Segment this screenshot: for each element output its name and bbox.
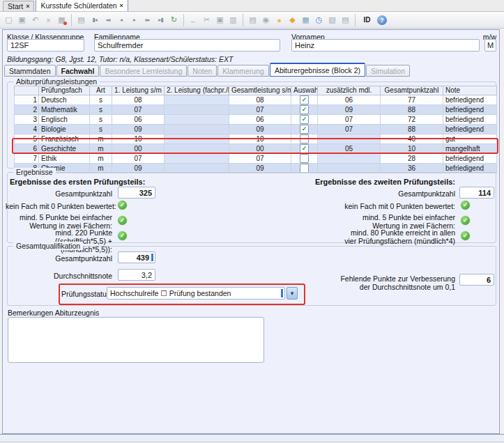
tab-abiturergebnisse[interactable]: Abiturergebnisse (Block 2) xyxy=(270,63,365,77)
auswahl-cell: ✓ xyxy=(291,115,318,125)
remarks-textarea[interactable] xyxy=(8,317,264,363)
auswahl-cell: ✓ xyxy=(291,105,318,115)
exam-status-label: Prüfungsstatus xyxy=(61,290,110,298)
tab-start-label: Start xyxy=(8,2,23,10)
col-header-zusaetzlich-mdl: zusätzlich mdl. xyxy=(318,86,381,95)
fach-cell[interactable]: Biologie xyxy=(39,125,90,134)
leistung2-cell xyxy=(165,144,229,154)
tab-kursstufe-schuelerdaten[interactable]: Kursstufe Schülerdaten × xyxy=(36,0,128,11)
row-number: 4 xyxy=(15,125,39,134)
tab-klammerung: Klammerung xyxy=(217,65,269,77)
help-icon[interactable]: ? xyxy=(377,15,387,25)
fast-prev-icon[interactable]: ◂◂ xyxy=(102,14,114,26)
note-cell: befriedigend xyxy=(443,115,497,125)
paste-icon[interactable]: ▥ xyxy=(227,14,239,26)
col-header-gesamtpunktzahl: Gesamtpunktzahl xyxy=(381,86,443,95)
second-total-field[interactable]: 114 xyxy=(459,187,494,199)
tab-fachwahl[interactable]: Fachwahl xyxy=(56,65,100,77)
mdl-cell[interactable]: 06 xyxy=(318,95,381,105)
mdl-cell[interactable]: 07 xyxy=(318,125,381,134)
gesamtleistung-cell: 10 xyxy=(229,134,291,144)
auswahl-checkbox[interactable]: ✓ xyxy=(300,95,309,104)
vornamen-input[interactable]: Heinz xyxy=(291,39,480,52)
close-icon[interactable]: × xyxy=(26,3,29,10)
familienname-input[interactable]: Schulfremder xyxy=(94,39,280,52)
fach-cell[interactable]: Deutsch xyxy=(39,95,90,105)
edit-table-icon[interactable]: ▦ xyxy=(56,14,68,26)
card-icon[interactable]: ▧ xyxy=(326,14,338,26)
auswahl-checkbox[interactable]: ✓ xyxy=(300,144,309,153)
success-icon: ✓ xyxy=(461,231,470,240)
mdl-cell[interactable]: 09 xyxy=(318,105,381,115)
leistung1-cell[interactable]: 00 xyxy=(112,144,165,154)
delete-record-icon[interactable]: × xyxy=(43,14,54,26)
fach-cell[interactable]: Englisch xyxy=(39,115,90,125)
insert-record-icon[interactable]: ▢ xyxy=(3,14,15,26)
auswahl-checkbox[interactable]: ✓ xyxy=(300,115,309,124)
table-row: 3 Englisch s 06 06 ✓ 07 72 befriedigend xyxy=(15,115,497,125)
folder-icon[interactable]: ▤ xyxy=(75,14,87,26)
save-record-icon[interactable]: ▣ xyxy=(16,14,28,26)
cut-icon[interactable]: ✂ xyxy=(201,14,213,26)
toolbar-separator xyxy=(355,14,356,26)
copy-icon[interactable]: ▣ xyxy=(214,14,226,26)
leistung1-cell[interactable]: 08 xyxy=(112,95,165,105)
lightbulb-icon[interactable]: ● xyxy=(273,14,285,26)
row-number: 7 xyxy=(15,154,39,164)
gesamtleistung-cell: 08 xyxy=(229,95,291,105)
mdl-cell xyxy=(318,154,381,164)
leistung1-cell[interactable]: 09 xyxy=(112,125,165,134)
id-button[interactable]: ID xyxy=(359,14,375,26)
exam-status-value: Hochschulreife ☐ Prüfung bestanden xyxy=(110,289,231,297)
mdl-cell[interactable]: 05 xyxy=(318,144,381,154)
row-number: 6 xyxy=(15,144,39,154)
art-cell: s xyxy=(90,115,112,125)
punkte-cell: 40 xyxy=(381,134,443,144)
qual-total-field[interactable]: 439 xyxy=(118,251,155,263)
punkte-cell: 77 xyxy=(381,95,443,105)
student-detail-panel: Klasse / Klassengruppe 12SF Familienname… xyxy=(2,29,500,434)
grid-icon[interactable]: ▦ xyxy=(300,14,312,26)
first-total-field[interactable]: 325 xyxy=(118,187,155,199)
second-check1-label: kein Fach mit 0 Punkten bewertet: xyxy=(296,202,455,210)
cd-icon[interactable]: ◉ xyxy=(260,14,272,26)
fach-cell[interactable]: Geschichte xyxy=(39,144,90,154)
auswahl-checkbox[interactable] xyxy=(300,134,309,143)
auswahl-cell xyxy=(291,134,318,144)
avg-grade-field[interactable]: 3,2 xyxy=(118,269,155,281)
horn-icon[interactable]: ◆ xyxy=(287,14,298,26)
mw-input[interactable]: M xyxy=(484,39,496,52)
mdl-cell[interactable]: 07 xyxy=(318,115,381,125)
undo-icon[interactable]: ↶ xyxy=(29,14,41,26)
fach-cell[interactable]: Mathematik xyxy=(39,105,90,115)
auswahl-checkbox[interactable]: ✓ xyxy=(300,125,309,134)
leistung1-cell[interactable]: 10 xyxy=(112,134,165,144)
auswahl-checkbox[interactable]: ✓ xyxy=(300,105,309,114)
print-list-icon[interactable]: ▤ xyxy=(339,14,351,26)
klasse-input[interactable]: 12SF xyxy=(7,39,84,52)
fach-cell[interactable]: Ethik xyxy=(39,154,90,164)
leistung1-cell[interactable]: 07 xyxy=(112,105,165,115)
exam-status-dropdown[interactable]: Hochschulreife ☐ Prüfung bestanden xyxy=(107,287,285,300)
fast-next-icon[interactable]: ▸▸ xyxy=(142,14,153,26)
auswahl-checkbox[interactable] xyxy=(300,154,309,163)
clock-icon[interactable]: ◷ xyxy=(313,14,325,26)
prev-record-icon[interactable]: ◂ xyxy=(115,14,127,26)
tab-start[interactable]: Start × xyxy=(3,1,34,11)
exam-results-table: Prüfungsfach Art 1. Leistung s/m 2. Leis… xyxy=(14,86,497,173)
col-header-gesamtleistung: Gesamtleistung s/m xyxy=(229,86,291,95)
table-row-highlighted: 6 Geschichte m 00 00 ✓ 05 10 mangelhaft xyxy=(15,144,497,154)
first-record-icon[interactable]: ▮◂ xyxy=(89,14,100,26)
tab-stammdaten[interactable]: Stammdaten xyxy=(4,65,56,77)
leistung1-cell[interactable]: 06 xyxy=(112,115,165,125)
leistung1-cell[interactable]: 07 xyxy=(112,154,165,164)
back-arrow-icon[interactable]: ← xyxy=(188,14,199,26)
auswahl-cell xyxy=(291,154,318,164)
last-record-icon[interactable]: ▸▮ xyxy=(155,14,167,26)
refresh-icon[interactable]: ↻ xyxy=(168,14,180,26)
missing-points-field[interactable]: 6 xyxy=(459,274,494,286)
fach-cell[interactable]: Französisch xyxy=(39,134,90,144)
close-icon[interactable]: × xyxy=(120,2,123,9)
next-record-icon[interactable]: ▸ xyxy=(128,14,140,26)
print-icon[interactable]: ▤ xyxy=(247,14,259,26)
